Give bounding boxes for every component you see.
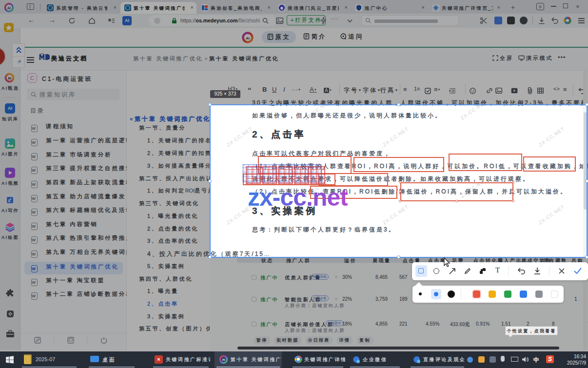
svg-text:AI: AI: [222, 358, 225, 361]
